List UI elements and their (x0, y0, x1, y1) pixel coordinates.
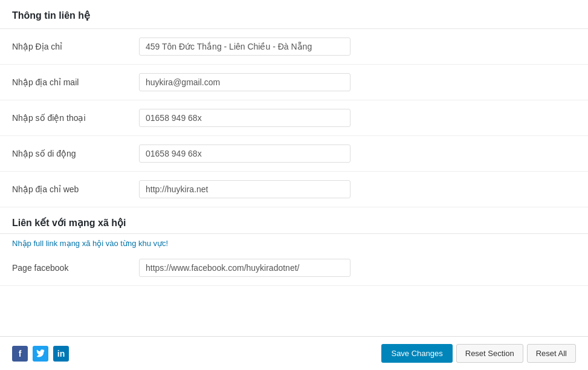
mobile-label: Nhập số di động (0, 136, 133, 172)
contact-section: Thông tin liên hệ Nhập Địa chỉ (0, 0, 588, 207)
address-input[interactable] (139, 37, 351, 56)
facebook-input[interactable] (139, 259, 351, 277)
contact-form-table: Nhập Địa chỉ Nhập địa chỉ mail (0, 29, 588, 207)
content-area: Thông tin liên hệ Nhập Địa chỉ (0, 0, 588, 336)
social-section: Liên kết với mạng xã hội Nhập full link … (0, 207, 588, 286)
table-row: Nhập số di động (0, 136, 588, 172)
address-input-cell (133, 29, 588, 65)
table-row: Nhập địa chỉ mail (0, 65, 588, 100)
page-wrapper: Thông tin liên hệ Nhập Địa chỉ (0, 0, 588, 370)
social-form-table: Page facebook (0, 250, 588, 286)
email-input-cell (133, 65, 588, 100)
table-row: Nhập số điện thoại (0, 100, 588, 136)
table-row: Nhập Địa chỉ (0, 29, 588, 65)
social-section-title: Liên kết với mạng xã hội (0, 207, 588, 234)
phone-input[interactable] (139, 109, 351, 127)
website-input[interactable] (139, 180, 351, 198)
email-input[interactable] (139, 73, 351, 91)
website-input-cell (133, 172, 588, 207)
contact-section-title: Thông tin liên hệ (0, 0, 588, 29)
address-label: Nhập Địa chỉ (0, 29, 133, 65)
linkedin-icon[interactable]: in (53, 346, 69, 362)
footer-buttons: Save Changes Reset Section Reset All (381, 344, 576, 363)
facebook-input-cell (133, 250, 588, 286)
reset-section-button[interactable]: Reset Section (456, 344, 523, 363)
mobile-input[interactable] (139, 144, 351, 163)
social-icons-group: f in (12, 346, 69, 362)
twitter-icon[interactable] (33, 346, 48, 362)
social-hint: Nhập full link mạng xã hội vào từng khu … (0, 234, 588, 250)
phone-input-cell (133, 100, 588, 136)
footer-bar: f in Save Changes Reset Section Reset Al… (0, 336, 588, 370)
phone-label: Nhập số điện thoại (0, 100, 133, 136)
mobile-input-cell (133, 136, 588, 172)
website-label: Nhập địa chỉ web (0, 172, 133, 207)
email-label: Nhập địa chỉ mail (0, 65, 133, 100)
facebook-icon[interactable]: f (12, 346, 28, 362)
facebook-label: Page facebook (0, 250, 133, 286)
reset-all-button[interactable]: Reset All (527, 344, 576, 363)
table-row: Nhập địa chỉ web (0, 172, 588, 207)
save-changes-button[interactable]: Save Changes (381, 344, 452, 363)
table-row: Page facebook (0, 250, 588, 286)
